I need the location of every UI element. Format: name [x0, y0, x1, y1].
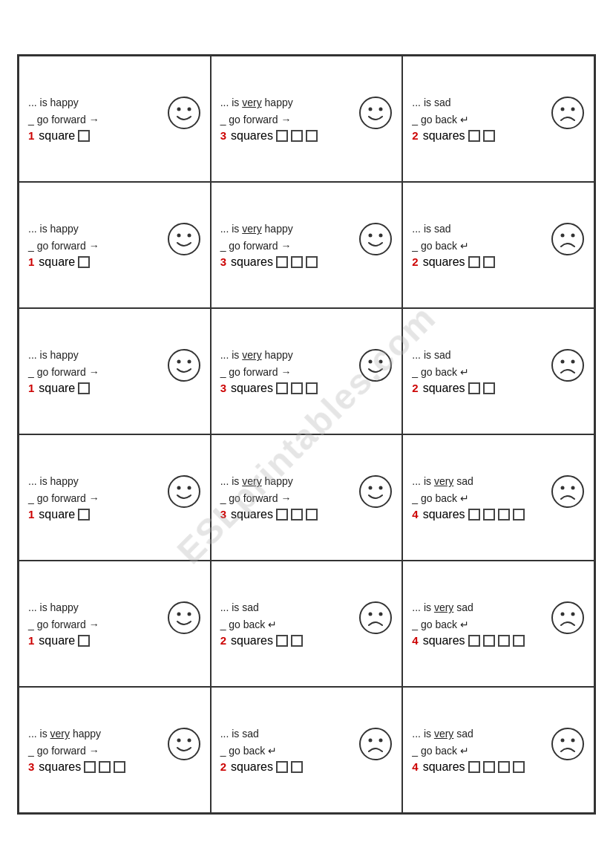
- square-count: 2: [412, 382, 418, 394]
- direction-arrow: ↵: [460, 745, 469, 757]
- card-text-block: ... is happy _ go forward → 1 square: [28, 94, 163, 143]
- direction-arrow: →: [89, 366, 99, 378]
- face-icon: [167, 727, 201, 761]
- mood-line: ... is happy: [28, 347, 163, 363]
- card-c11: ... is very happy _ go forward → 3 squar…: [211, 434, 403, 561]
- svg-point-46: [177, 739, 180, 743]
- direction-line: _ go forward →: [28, 490, 163, 506]
- square-box: [84, 761, 96, 773]
- square-box: [276, 382, 288, 394]
- direction-line: _ go forward →: [220, 490, 355, 506]
- square-label: squares: [231, 508, 273, 521]
- mood-line: ... is very sad: [412, 599, 546, 616]
- card-header: ... is very happy _ go forward → 3 squar…: [220, 473, 393, 521]
- square-count: 1: [28, 382, 34, 394]
- direction-arrow: ↵: [460, 619, 469, 630]
- square-count: 3: [220, 129, 226, 142]
- svg-point-29: [187, 486, 191, 490]
- very-word: very: [242, 97, 261, 108]
- mood-line: ... is very sad: [412, 725, 546, 742]
- square-box: [483, 256, 495, 268]
- svg-point-17: [571, 234, 574, 238]
- face-icon: [551, 474, 585, 509]
- card-c10: ... is happy _ go forward → 1 square: [19, 434, 211, 561]
- square-count: 1: [28, 634, 34, 647]
- svg-point-53: [571, 739, 574, 743]
- card-c4: ... is happy _ go forward → 1 square: [19, 182, 211, 308]
- card-c13: ... is happy _ go forward → 1 square: [19, 561, 211, 687]
- direction-line: _ go forward →: [28, 364, 163, 380]
- svg-point-23: [379, 360, 383, 364]
- mood-line: ... is very happy: [220, 473, 355, 489]
- square-box: [291, 382, 303, 394]
- svg-point-15: [552, 223, 583, 255]
- face-icon: [551, 96, 585, 130]
- square-box: [78, 130, 90, 142]
- mood-word: happy: [50, 223, 79, 235]
- card-header: ... is happy _ go forward → 1 square: [28, 473, 201, 521]
- svg-point-34: [560, 486, 564, 490]
- svg-point-32: [379, 486, 383, 490]
- direction-line: _ go forward →: [28, 616, 163, 633]
- mood-word: happy: [265, 97, 293, 108]
- card-text-block: ... is happy _ go forward → 1 square: [28, 347, 163, 395]
- card-c14: ... is sad _ go back ↵ 2 squares: [211, 561, 403, 687]
- svg-point-48: [360, 728, 391, 760]
- squares-line: 3 squares: [28, 760, 163, 774]
- square-box: [276, 761, 288, 773]
- card-header: ... is sad _ go back ↵ 2 squares: [220, 725, 393, 774]
- direction-line: _ go forward →: [28, 743, 163, 759]
- card-header: ... is happy _ go forward → 1 square: [28, 94, 201, 143]
- svg-point-42: [552, 602, 583, 633]
- direction-arrow: →: [281, 240, 291, 252]
- square-label: squares: [423, 382, 465, 395]
- face-icon: [167, 601, 201, 635]
- square-box: [468, 761, 480, 773]
- face-icon: [358, 727, 393, 761]
- direction-arrow: →: [89, 619, 99, 630]
- square-box: [483, 635, 495, 647]
- card-text-block: ... is very sad _ go back ↵ 4 squares: [412, 725, 546, 774]
- svg-point-3: [360, 97, 391, 128]
- square-box: [483, 130, 495, 142]
- very-word: very: [50, 728, 70, 740]
- card-c12: ... is very sad _ go back ↵ 4 squares: [402, 434, 594, 561]
- direction-line: _ go forward →: [220, 238, 355, 254]
- card-text-block: ... is very happy _ go forward → 3 squar…: [220, 347, 355, 395]
- square-box: [276, 256, 288, 268]
- square-box: [468, 382, 480, 394]
- very-word: very: [242, 349, 261, 361]
- svg-point-47: [187, 739, 191, 743]
- squares-line: 3 squares: [220, 508, 355, 521]
- mood-word: happy: [265, 475, 293, 487]
- card-c1: ... is happy _ go forward → 1 square: [19, 56, 211, 182]
- very-word: very: [434, 728, 453, 740]
- card-header: ... is happy _ go forward → 1 square: [28, 599, 201, 647]
- svg-point-20: [187, 360, 191, 364]
- square-count: 1: [28, 508, 34, 521]
- square-label: squares: [423, 508, 465, 521]
- square-box: [498, 509, 510, 521]
- squares-line: 1 square: [28, 634, 163, 647]
- square-box: [468, 130, 480, 142]
- card-header: ... is sad _ go back ↵ 2 squares: [412, 221, 585, 269]
- mood-word: happy: [50, 97, 79, 108]
- mood-word: sad: [434, 97, 451, 108]
- mood-line: ... is happy: [28, 473, 163, 489]
- direction-arrow: →: [89, 492, 99, 504]
- card-c7: ... is happy _ go forward → 1 square: [19, 308, 211, 434]
- svg-point-11: [187, 234, 191, 238]
- square-label: squares: [231, 760, 273, 774]
- mood-word: sad: [242, 601, 259, 613]
- face-icon: [551, 348, 585, 382]
- square-box: [276, 509, 288, 521]
- svg-point-39: [360, 602, 391, 633]
- mood-line: ... is sad: [220, 599, 355, 616]
- square-count: 2: [412, 129, 418, 142]
- square-box: [114, 761, 125, 773]
- squares-line: 3 squares: [220, 129, 355, 143]
- square-box: [468, 635, 480, 647]
- card-c5: ... is very happy _ go forward → 3 squar…: [211, 182, 403, 308]
- squares-line: 3 squares: [220, 382, 355, 395]
- svg-point-50: [379, 739, 383, 743]
